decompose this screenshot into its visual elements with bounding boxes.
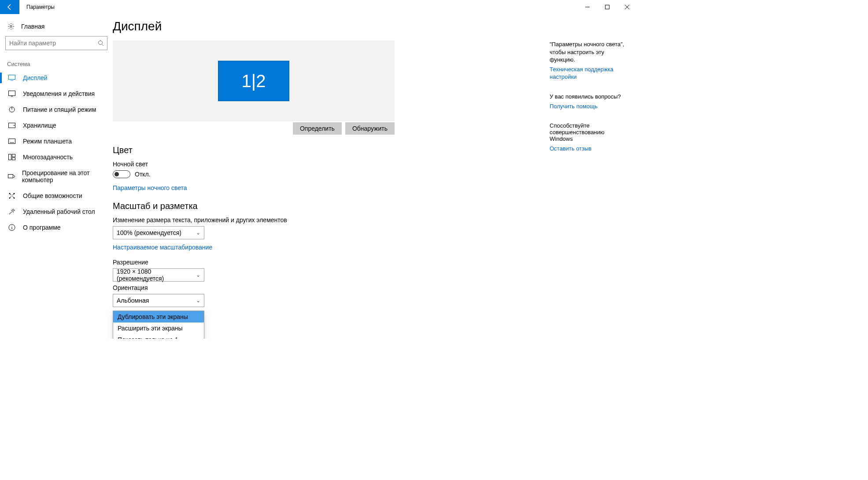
svg-rect-9 (9, 154, 11, 160)
orientation-combo[interactable]: Альбомная ⌄ (113, 294, 204, 307)
sidebar-item-multitask[interactable]: Многозадачность (0, 149, 113, 165)
svg-rect-0 (605, 5, 609, 9)
nightlight-label: Ночной свет (113, 161, 637, 168)
support-link[interactable]: Техническая поддержка настройки (550, 66, 629, 81)
svg-rect-3 (9, 75, 15, 80)
dropdown-option[interactable]: Дублировать эти экраны (113, 311, 204, 322)
section-scale: Масштаб и разметка (113, 201, 637, 211)
window-controls (577, 0, 637, 14)
nightlight-toggle[interactable] (113, 170, 130, 178)
get-help-link[interactable]: Получить помощь (550, 103, 629, 110)
notification-icon (8, 91, 16, 97)
project-icon (8, 173, 15, 180)
resolution-combo[interactable]: 1920 × 1080 (рекомендуется) ⌄ (113, 268, 204, 282)
svg-point-14 (14, 193, 15, 194)
svg-point-7 (14, 125, 15, 126)
sidebar-item-label: Удаленный рабочий стол (23, 208, 95, 215)
chevron-down-icon: ⌄ (196, 230, 200, 236)
sidebar-item-power[interactable]: Питание и спящий режим (0, 102, 113, 117)
home-label: Главная (21, 23, 44, 30)
sidebar-item-shared[interactable]: Общие возможности (0, 188, 113, 204)
sidebar-item-label: Проецирование на этот компьютер (22, 169, 106, 183)
nightlight-state: Откл. (135, 171, 151, 178)
sidebar-item-label: О программе (23, 224, 61, 231)
maximize-icon (605, 5, 609, 9)
sidebar-item-label: Режим планшета (23, 138, 72, 145)
svg-rect-10 (12, 154, 15, 157)
detect-button[interactable]: Обнаружить (345, 122, 395, 135)
monitor-preview[interactable]: 1|2 (218, 61, 289, 101)
dropdown-option[interactable]: Расширить эти экраны (113, 322, 204, 334)
feedback-link[interactable]: Оставить отзыв (550, 145, 629, 153)
home-button[interactable]: Главная (0, 18, 113, 34)
minimize-icon (585, 5, 590, 9)
nightlight-settings-link[interactable]: Параметры ночного света (113, 184, 187, 191)
scale-label: Изменение размера текста, приложений и д… (113, 216, 637, 224)
remote-icon (8, 208, 16, 215)
power-icon (8, 106, 16, 113)
sidebar-item-about[interactable]: О программе (0, 220, 113, 235)
svg-rect-12 (8, 175, 13, 178)
sidebar-item-remote[interactable]: Удаленный рабочий стол (0, 204, 113, 220)
window-title: Параметры (19, 0, 55, 14)
feedback-head: Способствуйте совершенствованию Windows (550, 122, 629, 142)
tip-text: "Параметры ночного света", чтобы настрои… (550, 40, 629, 64)
search-icon (98, 40, 104, 46)
svg-point-15 (9, 198, 11, 199)
orientation-label: Ориентация (113, 284, 637, 291)
info-icon (8, 224, 16, 231)
sidebar-group-label: Система (0, 55, 113, 70)
gear-icon (7, 23, 15, 30)
svg-point-1 (10, 26, 12, 27)
scale-value: 100% (рекомендуется) (117, 229, 181, 236)
arrow-left-icon (6, 4, 13, 11)
svg-point-2 (99, 41, 103, 45)
search-box[interactable] (5, 36, 107, 50)
chevron-down-icon: ⌄ (196, 297, 200, 304)
sidebar-item-tablet[interactable]: Режим планшета (0, 133, 113, 149)
monitor-label: 1|2 (242, 71, 266, 91)
shared-icon (8, 192, 16, 199)
sidebar-item-display[interactable]: Дисплей (0, 70, 113, 86)
resolution-value: 1920 × 1080 (рекомендуется) (117, 268, 196, 282)
svg-rect-8 (9, 139, 15, 144)
svg-rect-4 (9, 91, 15, 96)
custom-scaling-link[interactable]: Настраиваемое масштабирование (113, 244, 212, 251)
close-button[interactable] (617, 0, 637, 14)
sidebar-item-label: Уведомления и действия (23, 90, 95, 97)
storage-icon (8, 123, 16, 128)
identify-button[interactable]: Определить (293, 122, 342, 135)
titlebar: Параметры (0, 0, 637, 14)
search-input[interactable] (5, 36, 107, 50)
svg-point-16 (14, 198, 15, 199)
sidebar-item-label: Многозадачность (23, 154, 73, 161)
monitor-icon (8, 75, 16, 81)
tablet-icon (8, 139, 16, 144)
sidebar-item-storage[interactable]: Хранилище (0, 117, 113, 133)
back-button[interactable] (0, 0, 19, 14)
main-content: Дисплей 1|2 Определить Обнаружить Цвет Н… (113, 14, 637, 339)
multitask-icon (8, 154, 16, 160)
multi-display-dropdown[interactable]: Дублировать эти экраны Расширить эти экр… (113, 311, 204, 339)
sidebar-item-project[interactable]: Проецирование на этот компьютер (0, 165, 113, 188)
questions-head: У вас появились вопросы? (550, 93, 629, 100)
sidebar: Главная Система Дисплей Уведомления и де… (0, 14, 113, 339)
sidebar-item-label: Дисплей (23, 74, 48, 81)
orientation-value: Альбомная (117, 297, 149, 304)
scale-combo[interactable]: 100% (рекомендуется) ⌄ (113, 226, 204, 239)
sidebar-item-label: Хранилище (23, 122, 56, 129)
resolution-label: Разрешение (113, 259, 637, 266)
right-panel: "Параметры ночного света", чтобы настрои… (550, 40, 629, 153)
sidebar-item-notifications[interactable]: Уведомления и действия (0, 86, 113, 102)
close-icon (625, 5, 629, 9)
sidebar-item-label: Питание и спящий режим (23, 106, 96, 113)
chevron-down-icon: ⌄ (196, 272, 200, 278)
sidebar-item-label: Общие возможности (23, 192, 82, 199)
svg-point-13 (9, 193, 11, 194)
minimize-button[interactable] (577, 0, 597, 14)
svg-rect-11 (12, 158, 15, 160)
dropdown-option[interactable]: Показать только на 1 (113, 334, 204, 339)
display-arrangement-area[interactable]: 1|2 (113, 40, 395, 121)
page-title: Дисплей (113, 18, 637, 40)
maximize-button[interactable] (597, 0, 617, 14)
